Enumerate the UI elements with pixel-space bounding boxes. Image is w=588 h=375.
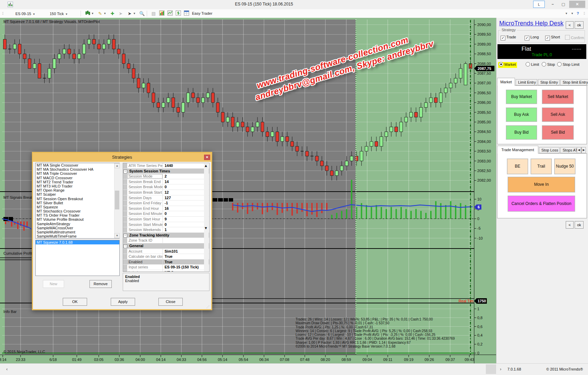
drawing-tools-caret-icon[interactable]: ▼ (104, 10, 106, 17)
property-category-row[interactable]: −System Session Times (123, 169, 209, 174)
list-item[interactable]: SampleMultiInstrument (36, 230, 119, 234)
property-row[interactable]: ATR Time Series Peric1440 (123, 163, 209, 169)
property-row[interactable]: Session Mode2 (123, 174, 209, 179)
property-grid[interactable]: ATR Time Series Peric1440−System Session… (123, 163, 209, 272)
panel-ok-button[interactable]: ok (575, 221, 584, 229)
scroll-up-icon[interactable]: ▲ (204, 164, 209, 168)
property-category-row[interactable]: −General (123, 243, 209, 249)
cursor-icon[interactable]: ➤ (126, 10, 133, 17)
property-row[interactable]: Session End Hour16 (123, 206, 209, 211)
configured-strategies-list[interactable]: MT Squeeze 7.0.1.68 (35, 240, 120, 276)
panel-caret-icon[interactable]: ▼ (571, 10, 574, 17)
minimize-button[interactable]: – (548, 1, 557, 8)
toolbar-grip[interactable]: ⁞⁞ (584, 10, 585, 17)
property-row[interactable]: Session End Minute0 (123, 211, 209, 217)
checkbox-long[interactable]: ✓ Long (525, 35, 539, 40)
buy-ask-button[interactable]: Buy Ask (506, 108, 537, 122)
property-row[interactable]: Session Start Minute0 (123, 222, 209, 228)
list-item[interactable]: MT Volume Profile Breakout (36, 217, 119, 221)
market-analyzer-icon[interactable] (158, 10, 165, 17)
trail-button[interactable]: Trail (531, 159, 552, 174)
account-icon[interactable]: $ (175, 10, 182, 17)
cancel-flatten-button[interactable]: Cancel Orders & Flatten Position (508, 196, 575, 211)
tab-limit-entry[interactable]: Limit Entry (516, 79, 537, 85)
apply-button[interactable]: Apply (111, 298, 135, 306)
scrollbar-thumb[interactable] (115, 191, 119, 209)
maximize-button[interactable]: ▢ (559, 1, 568, 8)
list-item[interactable]: SampleAtmStrategy (36, 222, 119, 226)
close-button[interactable]: Close (158, 298, 183, 306)
list-item[interactable]: MT MACD Crossover (36, 176, 119, 180)
tab-scroll-right-icon[interactable]: ▶ (581, 147, 586, 153)
add-indicator-icon[interactable]: ✚ (109, 10, 116, 17)
available-strategies-list[interactable]: MT MA Single CrossoverMT MA Stochastics … (35, 163, 120, 239)
panel-back-button[interactable]: < (566, 221, 574, 229)
property-row[interactable]: Session Days127 (123, 195, 209, 201)
order-type-radio-limit[interactable]: Limit (526, 62, 539, 67)
panel-back-button[interactable]: < (566, 21, 574, 29)
checkbox-confirm[interactable]: Confirm (565, 35, 584, 40)
data-grid-icon[interactable] (183, 10, 190, 17)
order-type-radio-market[interactable]: Market (498, 62, 517, 68)
list-item[interactable]: MT MA Single Crossover (36, 163, 119, 167)
scrollbar-thumb[interactable] (204, 168, 208, 226)
scroll-left-icon[interactable]: ‹ (6, 366, 8, 372)
help-desk-link[interactable]: MicroTrends Help Desk (499, 20, 563, 27)
property-row[interactable]: AccountSim101 (123, 249, 209, 254)
order-type-radio-stop-limit[interactable]: Stop Limit (557, 62, 579, 67)
ok-button[interactable]: OK (63, 298, 87, 306)
panel-caret-icon[interactable]: ▼ (565, 10, 568, 17)
list-item[interactable]: MT MA Triple Crossover (36, 171, 119, 176)
list-item[interactable]: MT Silver Bullet (36, 201, 119, 205)
property-row[interactable]: Session Break Mode0 (123, 184, 209, 190)
property-row[interactable]: Session Start Hour9 (123, 217, 209, 222)
drawing-tools-icon[interactable]: ✎ (97, 10, 104, 17)
checkbox-short[interactable]: ✓ Short (545, 35, 560, 40)
move-in-button[interactable]: Move In (508, 177, 575, 192)
property-row[interactable]: Session Break End14 (123, 179, 209, 185)
list-item[interactable]: MT MA Stochastics Crossover HA (36, 167, 119, 171)
cursor-caret-icon[interactable]: ▼ (133, 10, 136, 17)
scroll-down-icon[interactable]: ▼ (115, 233, 120, 238)
tab-stop-entry[interactable]: Stop Entry (538, 79, 560, 85)
sell-market-button[interactable]: Sell Market (542, 90, 574, 104)
tab-stop-limit-entry[interactable]: Stop limit Entry (560, 79, 588, 85)
list-item[interactable]: MT Squeeze (36, 205, 119, 209)
list-item[interactable]: MT Scalper (36, 192, 119, 196)
list-scrollbar[interactable]: ▲ ▼ (114, 163, 120, 238)
scroll-up-icon[interactable]: ▲ (115, 163, 120, 168)
chart-style-icon[interactable] (84, 10, 91, 17)
scroll-right-icon[interactable]: › (500, 366, 501, 372)
dialog-close-icon[interactable]: ✕ (204, 155, 210, 160)
scrollbar-thumb[interactable] (486, 364, 496, 374)
list-item[interactable]: MT MT3 HILO Trader (36, 184, 119, 188)
list-item[interactable]: MT Session Open Breakout (36, 197, 119, 201)
be-button[interactable]: BE (507, 159, 528, 174)
list-item[interactable]: MT MT2 Trend Trader (36, 180, 119, 184)
order-type-radio-stop[interactable]: Stop (542, 62, 555, 67)
new-button[interactable]: New (43, 280, 64, 288)
buy-bid-button[interactable]: Buy Bid (506, 125, 537, 140)
toolbar-grip[interactable]: ⁞⁞ (2, 10, 3, 17)
tab-trade-management[interactable]: Trade Management (497, 146, 538, 154)
property-row[interactable]: Session End Friday-1 (123, 201, 209, 206)
tab-stop-loss[interactable]: Stop Loss (539, 147, 560, 153)
list-item[interactable]: SampleMultiTimeFrame (36, 234, 119, 238)
chart-style-caret-icon[interactable]: ▼ (91, 10, 94, 17)
zoom-icon[interactable]: 🔍 (139, 10, 145, 17)
buy-market-button[interactable]: Buy Market (506, 90, 537, 104)
interval-dropdown[interactable]: 150 Tick▼ (48, 10, 70, 17)
nudge-50-button[interactable]: Nudge 50 (554, 159, 575, 174)
sell-bid-button[interactable]: Sell Bid (542, 125, 574, 140)
property-category-row[interactable]: −Zone Tracking Identity (123, 233, 209, 238)
property-row[interactable]: Calculate on bar closeTrue (123, 254, 209, 259)
list-item[interactable]: MT Stochastics Crossover (36, 209, 119, 213)
list-item[interactable]: MT TS Order Flow Trader (36, 213, 119, 217)
help-icon[interactable]: ? (577, 10, 579, 17)
property-row[interactable]: Session Break Start12 (123, 190, 209, 195)
checkbox-trade[interactable]: ✓ Trade (501, 35, 516, 40)
list-item[interactable]: MT Squeeze 7.0.1.68 (36, 240, 119, 244)
sell-ask-button[interactable]: Sell Ask (542, 108, 574, 122)
property-row[interactable]: EnabledTrue (123, 259, 209, 265)
instrument-dropdown[interactable]: ES 09-15▼ (14, 10, 37, 17)
